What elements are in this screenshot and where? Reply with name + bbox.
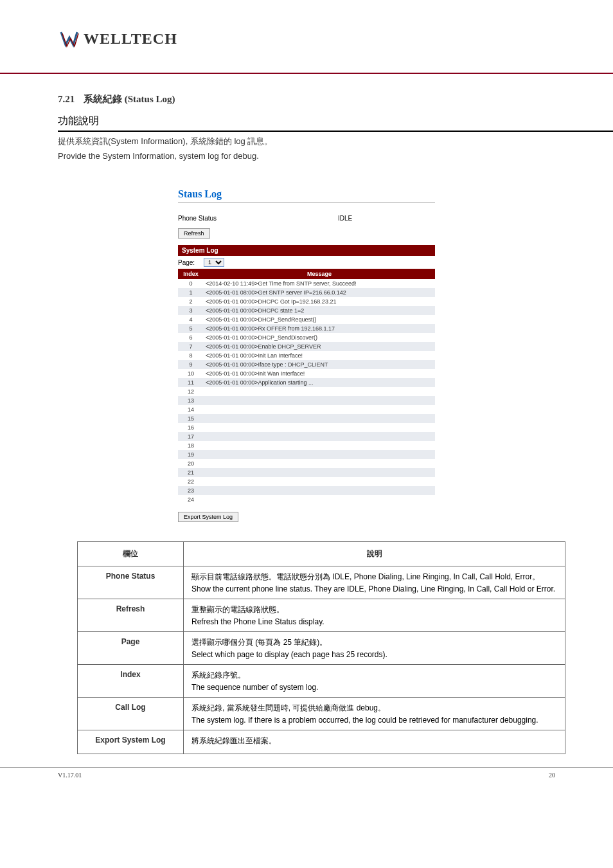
log-index-cell: 1 (178, 288, 204, 297)
export-system-log-button[interactable]: Export System Log (178, 512, 238, 522)
log-message-cell: <2005-01-01 00:00>DHCP_SendRequest() (204, 315, 435, 324)
log-message-cell (204, 477, 435, 486)
field-row: Index系統紀錄序號。The sequence number of syste… (78, 665, 565, 698)
field-name-cell: Refresh (78, 599, 184, 632)
log-index-cell: 10 (178, 369, 204, 378)
log-index-cell: 23 (178, 486, 204, 495)
logo: WELLTECH (58, 26, 613, 51)
log-row: 19 (178, 450, 435, 459)
log-message-cell: <2014-02-10 11:49>Get Time from SNTP ser… (204, 279, 435, 288)
field-row: Page選擇顯示哪個分頁 (每頁為 25 筆紀錄)。Select which p… (78, 632, 565, 665)
log-row: 24 (178, 495, 435, 504)
page-select[interactable]: 1 (204, 258, 224, 267)
log-index-cell: 18 (178, 441, 204, 450)
log-row: 1<2005-01-01 08:00>Get SNTP server IP=21… (178, 288, 435, 297)
log-row: 9<2005-01-01 00:00>Iface type : DHCP_CLI… (178, 360, 435, 369)
log-index-cell: 12 (178, 387, 204, 396)
log-message-cell (204, 414, 435, 423)
logo-brand-text: WELLTECH (84, 30, 177, 48)
field-desc-cell: 選擇顯示哪個分頁 (每頁為 25 筆紀錄)。Select which page … (184, 632, 565, 665)
field-name-cell: Export System Log (78, 730, 184, 754)
log-index-cell: 21 (178, 468, 204, 477)
field-desc-en: The sequence number of system log. (191, 683, 557, 692)
log-row: 20 (178, 459, 435, 468)
log-row: 11<2005-01-01 00:00>Application starting… (178, 378, 435, 387)
log-index-cell: 19 (178, 450, 204, 459)
log-row: 17 (178, 432, 435, 441)
field-row: Refresh重整顯示的電話線路狀態。Refresh the Phone Lin… (78, 599, 565, 632)
log-row: 3<2005-01-01 00:00>DHCPC state 1=2 (178, 306, 435, 315)
footer-version: V1.17.01 (58, 772, 82, 779)
log-message-header: Message (204, 269, 435, 279)
log-index-cell: 13 (178, 396, 204, 405)
field-desc-en: Select which page to display (each page … (191, 650, 557, 659)
field-desc-zh: 系統紀錄序號。 (191, 670, 557, 681)
log-message-cell: <2005-01-01 00:00>DHCP_SendDiscover() (204, 333, 435, 342)
log-row: 0<2014-02-10 11:49>Get Time from SNTP se… (178, 279, 435, 288)
log-message-cell: <2005-01-01 00:00>DHCPC state 1=2 (204, 306, 435, 315)
section-title: 7.21 系統紀錄 (Status Log) (0, 87, 613, 112)
field-header-desc: 說明 (184, 542, 565, 566)
log-index-cell: 11 (178, 378, 204, 387)
system-log-header: System Log (178, 245, 435, 256)
log-index-header: Index (178, 269, 204, 279)
log-row: 16 (178, 423, 435, 432)
field-name-cell: Phone Status (78, 566, 184, 599)
log-index-cell: 8 (178, 351, 204, 360)
page-select-row: Page: 1 (178, 256, 435, 269)
log-message-cell: <2005-01-01 08:00>Get SNTP server IP=216… (204, 288, 435, 297)
log-row: 14 (178, 405, 435, 414)
log-message-cell: <2005-01-01 00:00>Init Lan Interface! (204, 351, 435, 360)
log-index-cell: 0 (178, 279, 204, 288)
log-index-cell: 14 (178, 405, 204, 414)
field-desc-zh: 選擇顯示哪個分頁 (每頁為 25 筆紀錄)。 (191, 637, 557, 648)
refresh-button[interactable]: Refresh (178, 228, 210, 239)
field-description-table: 欄位 說明 Phone Status顯示目前電話線路狀態。電話狀態分別為 IDL… (77, 541, 565, 754)
log-index-cell: 7 (178, 342, 204, 351)
log-row: 13 (178, 396, 435, 405)
field-desc-en: Show the current phone line status. They… (191, 584, 557, 593)
phone-status-label: Phone Status (178, 215, 255, 222)
desc-en: Provide the System Information, system l… (58, 149, 613, 163)
field-name-cell: Index (78, 665, 184, 698)
status-log-screenshot: Staus Log Phone Status IDLE Refresh Syst… (178, 188, 435, 522)
log-index-cell: 24 (178, 495, 204, 504)
log-row: 12 (178, 387, 435, 396)
section-num: 7.21 (58, 94, 75, 104)
screenshot-title: Staus Log (178, 188, 435, 203)
page-select-label: Page: (178, 259, 204, 266)
phone-status-row: Phone Status IDLE (178, 211, 435, 226)
log-row: 4<2005-01-01 00:00>DHCP_SendRequest() (178, 315, 435, 324)
log-message-cell: <2005-01-01 00:00>Enable DHCP_SERVER (204, 342, 435, 351)
log-message-cell (204, 432, 435, 441)
log-index-cell: 3 (178, 306, 204, 315)
footer-page-num: 20 (549, 772, 555, 779)
desc-header: 功能說明 (58, 112, 613, 132)
field-name-cell: Call Log (78, 698, 184, 730)
field-desc-zh: 系統紀錄, 當系統發生問題時, 可提供給廠商做進 debug。 (191, 703, 557, 714)
log-index-cell: 4 (178, 315, 204, 324)
log-index-cell: 22 (178, 477, 204, 486)
field-row: Phone Status顯示目前電話線路狀態。電話狀態分別為 IDLE, Pho… (78, 566, 565, 599)
log-message-cell (204, 459, 435, 468)
log-row: 15 (178, 414, 435, 423)
log-row: 22 (178, 477, 435, 486)
log-row: 6<2005-01-01 00:00>DHCP_SendDiscover() (178, 333, 435, 342)
log-message-cell: <2005-01-01 00:00>Application starting .… (204, 378, 435, 387)
log-message-cell (204, 486, 435, 495)
log-index-cell: 5 (178, 324, 204, 333)
log-index-cell: 2 (178, 297, 204, 306)
log-message-cell (204, 468, 435, 477)
log-row: 18 (178, 441, 435, 450)
field-desc-cell: 將系統紀錄匯出至檔案。 (184, 730, 565, 754)
log-index-cell: 9 (178, 360, 204, 369)
field-header-field: 欄位 (78, 542, 184, 566)
log-message-cell (204, 405, 435, 414)
log-message-cell: <2005-01-01 00:00>Init Wan Interface! (204, 369, 435, 378)
field-desc-en: The system log. If there is a problem oc… (191, 716, 557, 725)
log-table: Index Message 0<2014-02-10 11:49>Get Tim… (178, 269, 435, 504)
desc-zh: 提供系統資訊(System Information), 系統除錯的 log 訊息… (58, 134, 613, 149)
screenshot-wrapper: Staus Log Phone Status IDLE Refresh Syst… (0, 176, 613, 535)
log-row: 23 (178, 486, 435, 495)
field-desc-en: Refresh the Phone Line Status display. (191, 617, 557, 626)
